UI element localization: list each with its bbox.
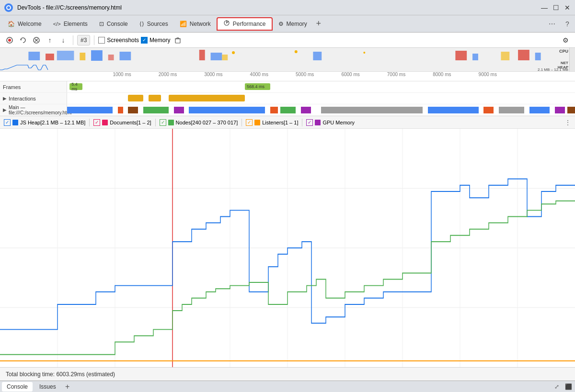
sources-icon: ⟨⟩ [139, 21, 144, 27]
add-tab-button[interactable]: + [313, 18, 324, 30]
svg-rect-22 [199, 50, 205, 60]
tick-2000: 2000 ms [159, 72, 177, 77]
screenshots-check-box[interactable] [98, 37, 105, 44]
dock-button[interactable]: ⬛ [564, 382, 573, 392]
legend-documents-checkbox[interactable] [93, 119, 100, 126]
memory-legend: JS Heap[2.1 MB – 12.1 MB] Documents[1 – … [0, 116, 575, 129]
cpu-chart-svg [0, 48, 569, 61]
svg-point-2 [7, 6, 10, 9]
tab-memory[interactable]: ⚙ Memory [273, 17, 313, 31]
screenshots-checkbox[interactable]: Screenshots [98, 37, 139, 44]
main-bar-12 [483, 107, 494, 113]
main-label: ▶ Main — file:///C:/screens/memory.html [0, 104, 67, 115]
legend-listeners-color [254, 120, 260, 125]
svg-rect-10 [175, 39, 180, 43]
refresh-button[interactable] [17, 34, 29, 46]
interaction-bar-2 [149, 95, 161, 101]
maximize-button[interactable]: ☐ [552, 4, 560, 11]
help-button[interactable]: ? [562, 18, 573, 30]
legend-listeners[interactable]: Listeners[1 – 1] [246, 119, 298, 126]
console-icon: ⊡ [99, 21, 104, 27]
interactions-label: ▶ Interactions [0, 93, 67, 104]
memory-chart-svg [0, 129, 575, 367]
bottom-bar: Console Issues + ⤢ ⬛ [0, 381, 575, 392]
legend-documents[interactable]: Documents[1 – 2] [93, 119, 151, 126]
svg-rect-15 [28, 52, 40, 60]
tick-9000: 9000 ms [479, 72, 497, 77]
record-button[interactable] [4, 34, 15, 46]
svg-rect-18 [80, 53, 85, 60]
memory-check-box[interactable] [141, 37, 148, 44]
memory-checkbox[interactable]: Memory [141, 37, 170, 44]
svg-rect-24 [222, 55, 228, 60]
legend-sep-3 [242, 119, 242, 126]
performance-icon [223, 20, 230, 28]
legend-nodes[interactable]: Nodes[240 027 – 370 017] [160, 119, 238, 126]
main-row: ▶ Main — file:///C:/screens/memory.html [0, 104, 575, 116]
toolbar: ↑ ↓ #3 Screenshots Memory ⚙ [0, 33, 575, 48]
bottom-right-controls: ⤢ ⬛ [552, 382, 573, 392]
legend-js-heap-checkbox[interactable] [4, 119, 11, 126]
main-bar-3 [128, 107, 138, 113]
interaction-bar-3 [169, 95, 245, 101]
delete-button[interactable] [172, 34, 184, 46]
legend-nodes-checkbox[interactable] [160, 119, 166, 126]
settings-button[interactable]: ⚙ [560, 34, 571, 46]
bottom-tab-console[interactable]: Console [2, 382, 33, 392]
clear-button[interactable] [31, 34, 42, 46]
frame-bar-2: 568.4 ms [245, 83, 270, 90]
minimize-button[interactable]: — [540, 4, 548, 11]
main-bar-9 [301, 107, 311, 113]
tab-performance[interactable]: Performance [217, 17, 273, 31]
svg-rect-25 [313, 52, 322, 60]
interactions-expand-icon[interactable]: ▶ [3, 96, 7, 101]
overview-scrollbar[interactable] [569, 48, 575, 71]
legend-nodes-color [168, 120, 174, 125]
legend-listeners-checkbox[interactable] [246, 119, 253, 126]
legend-gpu[interactable]: GPU Memory [306, 119, 355, 126]
tick-4000: 4000 ms [250, 72, 268, 77]
tab-sources[interactable]: ⟨⟩ Sources [134, 17, 174, 31]
main-expand-icon[interactable]: ▶ [3, 107, 7, 112]
more-tabs-button[interactable]: ⋯ [546, 18, 558, 30]
title-bar: DevTools - file:///C:/screens/memory.htm… [0, 0, 575, 15]
devtools-logo [4, 3, 13, 12]
tick-1000: 1000 ms [113, 72, 131, 77]
bottom-tab-issues[interactable]: Issues [34, 382, 61, 392]
add-panel-button[interactable]: + [63, 382, 72, 392]
net-heap-overview: NETHEAP 2.1 MB – 12.1 MB [0, 61, 569, 72]
toolbar-right: ⚙ [560, 34, 571, 46]
interaction-bar-1 [128, 95, 143, 101]
main-bar-6 [189, 107, 265, 113]
cpu-label: CPU [559, 49, 568, 54]
tick-8000: 8000 ms [433, 72, 451, 77]
svg-rect-23 [211, 53, 222, 60]
prev-button[interactable]: ↑ [44, 34, 56, 46]
tick-7000: 7000 ms [387, 72, 405, 77]
close-button[interactable]: ✕ [564, 4, 571, 11]
tab-elements[interactable]: </> Elements [47, 17, 93, 31]
tab-welcome[interactable]: 🏠 Welcome [2, 17, 47, 31]
title-text: DevTools - file:///C:/screens/memory.htm… [17, 4, 122, 11]
main-bar-13 [499, 107, 524, 113]
main-bar-7 [270, 107, 278, 113]
overview-timeline[interactable]: CPU [0, 48, 575, 72]
main-bar-16 [567, 107, 575, 113]
undock-button[interactable]: ⤢ [552, 382, 562, 392]
detail-time-ruler: 1000 ms 2000 ms 3000 ms 4000 ms 5000 ms … [0, 72, 575, 81]
next-button[interactable]: ↓ [58, 34, 69, 46]
tab-network[interactable]: 📶 Network [174, 17, 217, 31]
frames-content: 5.4 ms 568.4 ms [67, 81, 575, 92]
tick-5000: 5000 ms [296, 72, 314, 77]
main-bar-10 [321, 107, 423, 113]
memory-more-button[interactable]: ⋮ [564, 119, 571, 126]
legend-gpu-checkbox[interactable] [306, 119, 313, 126]
memory-chart-area[interactable] [0, 129, 575, 367]
svg-point-32 [295, 50, 298, 53]
net-heap-range: 2.1 MB – 12.1 MB [538, 67, 568, 72]
legend-js-heap[interactable]: JS Heap[2.1 MB – 12.1 MB] [4, 119, 85, 126]
tab-console[interactable]: ⊡ Console [93, 17, 134, 31]
main-bar-4 [143, 107, 169, 113]
tick-6000: 6000 ms [341, 72, 359, 77]
svg-point-33 [363, 52, 365, 54]
